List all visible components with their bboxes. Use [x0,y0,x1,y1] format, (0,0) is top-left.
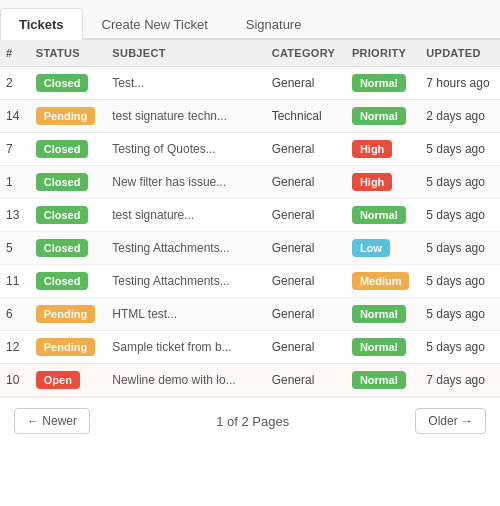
table-row[interactable]: 2 Closed Test... General Normal 7 hours … [0,67,500,100]
cell-subject: Sample ticket from b... [106,331,265,364]
cell-status: Closed [30,133,107,166]
cell-subject: test signature... [106,199,265,232]
older-button[interactable]: Older → [415,408,486,434]
priority-badge: Normal [352,338,406,356]
tabs-bar: Tickets Create New Ticket Signature [0,0,500,40]
table-row[interactable]: 11 Closed Testing Attachments... General… [0,265,500,298]
newer-button[interactable]: ← Newer [14,408,90,434]
cell-updated: 5 days ago [420,265,500,298]
tab-tickets[interactable]: Tickets [0,8,83,40]
cell-updated: 7 hours ago [420,67,500,100]
cell-subject: New filter has issue... [106,166,265,199]
cell-updated: 7 days ago [420,364,500,397]
cell-updated: 5 days ago [420,331,500,364]
cell-priority: Normal [346,100,420,133]
subject-text[interactable]: HTML test... [112,307,177,321]
cell-subject: Testing of Quotes... [106,133,265,166]
cell-num: 10 [0,364,30,397]
priority-badge: Low [352,239,390,257]
cell-priority: Normal [346,298,420,331]
col-header-subject: SUBJECT [106,40,265,67]
cell-priority: Low [346,232,420,265]
cell-num: 1 [0,166,30,199]
cell-category: General [266,298,346,331]
cell-category: General [266,67,346,100]
table-row[interactable]: 5 Closed Testing Attachments... General … [0,232,500,265]
table-row[interactable]: 12 Pending Sample ticket from b... Gener… [0,331,500,364]
tab-signature[interactable]: Signature [227,8,321,40]
pagination: ← Newer 1 of 2 Pages Older → [0,397,500,444]
cell-status: Closed [30,265,107,298]
cell-updated: 5 days ago [420,133,500,166]
cell-num: 2 [0,67,30,100]
status-badge: Open [36,371,80,389]
col-header-updated: UPDATED [420,40,500,67]
cell-num: 5 [0,232,30,265]
cell-subject: Test... [106,67,265,100]
subject-text[interactable]: Testing Attachments... [112,274,229,288]
cell-num: 11 [0,265,30,298]
cell-priority: High [346,133,420,166]
table-row[interactable]: 10 Open Newline demo with lo... General … [0,364,500,397]
cell-category: General [266,232,346,265]
table-row[interactable]: 7 Closed Testing of Quotes... General Hi… [0,133,500,166]
tab-create-ticket[interactable]: Create New Ticket [83,8,227,40]
status-badge: Closed [36,173,89,191]
table-row[interactable]: 13 Closed test signature... General Norm… [0,199,500,232]
cell-updated: 5 days ago [420,199,500,232]
col-header-priority: PRIORITY [346,40,420,67]
subject-text[interactable]: New filter has issue... [112,175,226,189]
priority-badge: Normal [352,371,406,389]
cell-status: Pending [30,331,107,364]
cell-category: General [266,265,346,298]
status-badge: Pending [36,338,95,356]
status-badge: Closed [36,74,89,92]
cell-num: 13 [0,199,30,232]
priority-badge: High [352,173,392,191]
subject-text[interactable]: test signature... [112,208,194,222]
cell-num: 12 [0,331,30,364]
cell-priority: High [346,166,420,199]
cell-subject: Newline demo with lo... [106,364,265,397]
subject-text[interactable]: Newline demo with lo... [112,373,235,387]
status-badge: Pending [36,107,95,125]
subject-text[interactable]: Testing Attachments... [112,241,229,255]
priority-badge: Normal [352,206,406,224]
cell-num: 14 [0,100,30,133]
col-header-category: CATEGORY [266,40,346,67]
cell-category: General [266,133,346,166]
table-row[interactable]: 6 Pending HTML test... General Normal 5 … [0,298,500,331]
status-badge: Pending [36,305,95,323]
cell-priority: Normal [346,364,420,397]
subject-text[interactable]: test signature techn... [112,109,227,123]
cell-subject: HTML test... [106,298,265,331]
priority-badge: Normal [352,74,406,92]
col-header-num: # [0,40,30,67]
priority-badge: Normal [352,107,406,125]
cell-num: 6 [0,298,30,331]
priority-badge: Medium [352,272,410,290]
subject-text[interactable]: Test... [112,76,144,90]
cell-category: Technical [266,100,346,133]
cell-updated: 2 days ago [420,100,500,133]
cell-status: Open [30,364,107,397]
cell-updated: 5 days ago [420,298,500,331]
table-row[interactable]: 14 Pending test signature techn... Techn… [0,100,500,133]
status-badge: Closed [36,239,89,257]
priority-badge: High [352,140,392,158]
cell-status: Closed [30,166,107,199]
cell-status: Closed [30,232,107,265]
status-badge: Closed [36,272,89,290]
cell-category: General [266,199,346,232]
cell-subject: test signature techn... [106,100,265,133]
cell-updated: 5 days ago [420,166,500,199]
col-header-status: STATUS [30,40,107,67]
subject-text[interactable]: Testing of Quotes... [112,142,215,156]
cell-priority: Medium [346,265,420,298]
tickets-table: # STATUS SUBJECT CATEGORY PRIORITY UPDAT… [0,40,500,397]
cell-status: Pending [30,100,107,133]
table-row[interactable]: 1 Closed New filter has issue... General… [0,166,500,199]
page-wrapper: Tickets Create New Ticket Signature # ST… [0,0,500,506]
cell-subject: Testing Attachments... [106,232,265,265]
subject-text[interactable]: Sample ticket from b... [112,340,231,354]
